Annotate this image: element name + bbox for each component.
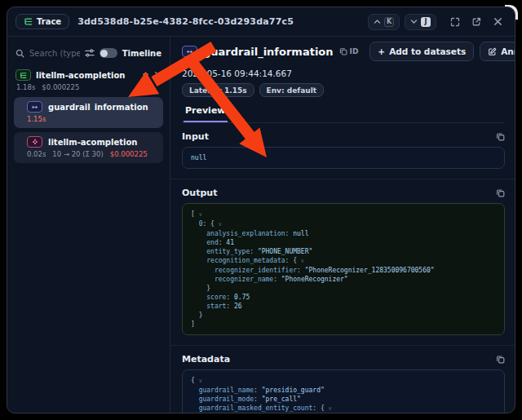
open-in-new-tab-button[interactable] (469, 15, 484, 29)
search-icon (15, 49, 24, 58)
pencil-square-icon (488, 47, 497, 56)
chevron-up-icon (374, 18, 381, 25)
generation-item-badge (27, 136, 42, 148)
section-divider (170, 179, 515, 179)
section-divider (170, 345, 515, 346)
maximize-icon (450, 17, 460, 27)
tree-item-litellm-acompletion[interactable]: litellm-acompletion 0.02s 10 → 20 (Σ 30)… (14, 132, 163, 163)
tree-item-name: guardrail_information (48, 103, 157, 112)
output-code-box: [ ∨ 0: { ∨ analysis_explanation: null en… (182, 203, 505, 335)
tree-root-name: litellm-acompletion (36, 71, 137, 80)
tree-fold-controls (142, 72, 161, 79)
observation-header: ↔ guardrail_information ID + Add to data… (182, 41, 505, 62)
tree-item-guardrail-information[interactable]: ↔ guardrail_information 1.15s (14, 97, 163, 128)
screenshot-stage: Trace 3dd538d8-b25e-4382-8fcc-03d293da77… (0, 0, 522, 420)
observation-title: guardrail_information (203, 46, 334, 58)
env-badge: Env: default (259, 83, 324, 97)
copy-icon (496, 188, 505, 197)
shortcut-key-j: J (421, 17, 431, 27)
output-label: Output (182, 188, 217, 198)
tree-toolbar: Search (type, titl Timeline (14, 43, 163, 63)
trace-id: 3dd538d8-b25e-4382-8fcc-03d293da77c5 (77, 16, 360, 27)
annotate-split-button: Annotate (480, 42, 515, 61)
copy-input-button[interactable] (496, 132, 505, 141)
span-type-badge: ↔ (182, 46, 197, 57)
add-to-datasets-label: Add to datasets (389, 46, 466, 56)
tree-root-item[interactable]: litellm-acompletion (14, 69, 163, 81)
trace-item-badge (15, 69, 31, 81)
timeline-label: Timeline (122, 49, 161, 58)
prev-trace-button[interactable]: K (368, 14, 400, 30)
copy-icon (496, 355, 505, 364)
copy-metadata-button[interactable] (496, 355, 505, 364)
trace-type-badge: Trace (15, 14, 69, 29)
window-actions (448, 15, 505, 29)
metadata-label: Metadata (182, 354, 230, 365)
close-icon (493, 17, 502, 26)
observation-timestamp: 2025-05-16 09:44:14.667 (182, 69, 505, 78)
tree-item-name: litellm-acompletion (48, 138, 157, 147)
horizontal-arrows-icon: ↔ (32, 104, 38, 111)
item-duration: 0.02s (27, 150, 46, 158)
input-section-header: Input (182, 131, 505, 142)
trace-nav-shortcuts: K J (368, 14, 436, 30)
timeline-toggle[interactable] (100, 48, 117, 58)
external-link-icon (471, 17, 481, 27)
metadata-code-box: { ∨ guardrail_name: "presidio_guard" gua… (182, 369, 505, 413)
span-item-badge: ↔ (27, 101, 42, 113)
content-area: Search (type, titl Timeline litellm-acom… (7, 37, 515, 413)
annotate-button[interactable]: Annotate (480, 42, 515, 60)
item-tokens: 10 → 20 (Σ 30) (52, 150, 103, 158)
collapse-all-icon[interactable] (142, 72, 149, 79)
list-tree-icon (24, 17, 33, 26)
sparkle-icon (32, 139, 38, 145)
maximize-button[interactable] (448, 15, 462, 29)
top-bar: Trace 3dd538d8-b25e-4382-8fcc-03d293da77… (7, 7, 515, 37)
item-duration: 1.15s (27, 115, 46, 123)
search-input[interactable]: Search (type, titl (29, 49, 80, 58)
trace-detail-window: Trace 3dd538d8-b25e-4382-8fcc-03d293da77… (7, 7, 515, 413)
copy-output-button[interactable] (496, 188, 505, 197)
copy-icon (496, 132, 505, 141)
root-duration: 1.18s (16, 83, 35, 91)
copy-id-chip[interactable]: ID (339, 47, 359, 55)
metadata-section-header: Metadata (182, 354, 505, 365)
chevron-down-icon (410, 18, 418, 25)
trace-badge-label: Trace (37, 17, 61, 26)
toggle-knob (100, 50, 108, 57)
shortcut-key-k: K (384, 17, 394, 27)
observation-detail-panel: ↔ guardrail_information ID + Add to data… (170, 37, 515, 413)
copy-icon (339, 47, 347, 55)
expand-all-icon[interactable] (154, 72, 161, 79)
add-to-datasets-button[interactable]: + Add to datasets (369, 42, 474, 61)
tab-bar: Preview (182, 105, 505, 123)
horizontal-arrows-icon: ↔ (187, 48, 193, 55)
item-cost: $0.000225 (110, 150, 148, 158)
metric-badges: Latency 1.15s Env: default (182, 83, 505, 97)
next-trace-button[interactable]: J (405, 14, 436, 30)
tab-preview[interactable]: Preview (184, 105, 228, 122)
list-tree-icon (20, 72, 27, 79)
output-section-header: Output (182, 188, 505, 198)
input-code-box: null (182, 147, 505, 169)
tree-root-stats: 1.18s $0.000225 (16, 83, 163, 91)
input-label: Input (182, 131, 209, 142)
filter-sliders-icon[interactable] (85, 48, 95, 58)
close-button[interactable] (490, 15, 505, 29)
latency-badge: Latency 1.15s (182, 83, 254, 97)
root-cost: $0.000225 (42, 83, 79, 91)
plus-icon: + (378, 46, 385, 56)
annotate-label: Annotate (501, 46, 515, 56)
trace-tree-sidebar: Search (type, titl Timeline litellm-acom… (7, 37, 170, 413)
id-label: ID (350, 47, 359, 55)
